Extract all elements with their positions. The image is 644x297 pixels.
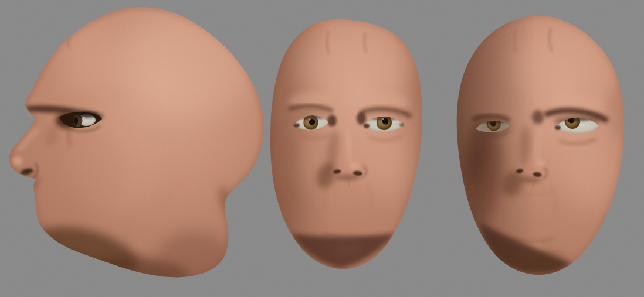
render-viewport (0, 0, 644, 297)
film-grain-overlay (0, 0, 644, 297)
render-canvas (0, 0, 644, 297)
